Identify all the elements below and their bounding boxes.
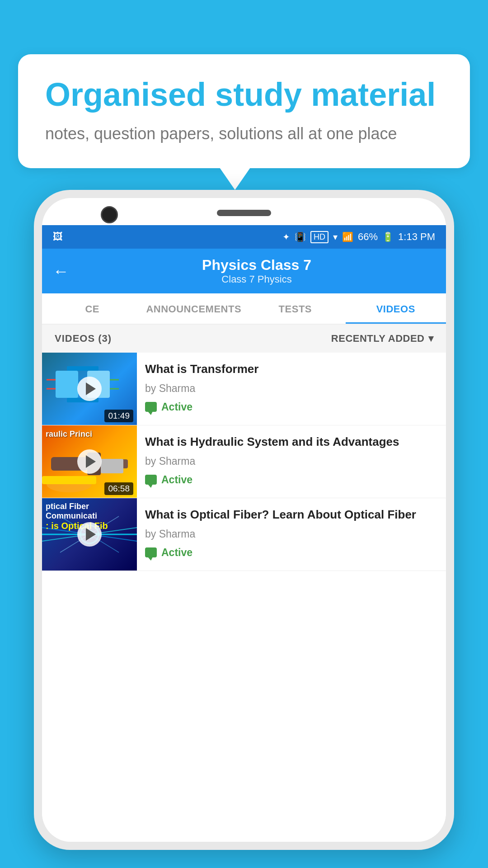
tab-bar: CE ANNOUNCEMENTS TESTS VIDEOS bbox=[42, 293, 446, 325]
speech-bubble: Organised study material notes, question… bbox=[18, 54, 470, 168]
video-list: 01:49 What is Transformer by Sharma Acti… bbox=[42, 353, 446, 842]
svg-rect-14 bbox=[101, 459, 123, 473]
videos-header: VIDEOS (3) RECENTLY ADDED ▾ bbox=[42, 325, 446, 353]
phone-inner: 🖼 ✦ 📳 HD ▾ 📶 66% 🔋 1:13 PM ← Physics Cla bbox=[42, 198, 446, 842]
status-bar-right: ✦ 📳 HD ▾ 📶 66% 🔋 1:13 PM bbox=[282, 231, 435, 243]
time-display: 1:13 PM bbox=[398, 231, 435, 243]
tab-tests[interactable]: TESTS bbox=[245, 293, 345, 324]
active-label-1: Active bbox=[161, 401, 192, 413]
video-author-1: by Sharma bbox=[145, 382, 438, 395]
status-bar: 🖼 ✦ 📳 HD ▾ 📶 66% 🔋 1:13 PM bbox=[42, 225, 446, 249]
app-bar: ← Physics Class 7 Class 7 Physics bbox=[42, 249, 446, 293]
play-button-2[interactable] bbox=[77, 449, 102, 474]
active-label-3: Active bbox=[161, 547, 192, 559]
svg-rect-0 bbox=[56, 371, 78, 398]
video-author-3: by Sharma bbox=[145, 528, 438, 540]
image-icon: 🖼 bbox=[53, 231, 63, 243]
video-status-2: Active bbox=[145, 474, 438, 486]
sort-label: RECENTLY ADDED bbox=[331, 333, 425, 344]
app-bar-title: Physics Class 7 Class 7 Physics bbox=[78, 257, 435, 285]
tab-videos[interactable]: VIDEOS bbox=[346, 293, 446, 324]
video-status-3: Active bbox=[145, 547, 438, 559]
list-item[interactable]: ptical Fiber Communicati : is Optical Fi… bbox=[42, 498, 446, 571]
active-chat-icon-2 bbox=[145, 475, 157, 485]
videos-count: VIDEOS (3) bbox=[55, 333, 112, 344]
back-button[interactable]: ← bbox=[53, 262, 69, 281]
signal-icon: 📶 bbox=[342, 231, 353, 242]
video-title-3: What is Optical Fiber? Learn About Optic… bbox=[145, 507, 438, 523]
video-title-1: What is Transformer bbox=[145, 362, 438, 377]
video-thumbnail-2: raulic Princi 06:58 bbox=[42, 425, 137, 498]
play-button-3[interactable] bbox=[77, 522, 102, 547]
screen: 🖼 ✦ 📳 HD ▾ 📶 66% 🔋 1:13 PM ← Physics Cla bbox=[42, 225, 446, 842]
battery-icon: 🔋 bbox=[382, 231, 394, 242]
list-item[interactable]: 01:49 What is Transformer by Sharma Acti… bbox=[42, 353, 446, 425]
chevron-down-icon: ▾ bbox=[428, 333, 434, 344]
video-info-1: What is Transformer by Sharma Active bbox=[137, 353, 446, 422]
wifi-icon: ▾ bbox=[333, 231, 338, 242]
vibrate-icon: 📳 bbox=[295, 231, 306, 242]
list-item[interactable]: raulic Princi 06:58 What is Hydraulic Sy… bbox=[42, 425, 446, 498]
video-title-2: What is Hydraulic System and its Advanta… bbox=[145, 434, 438, 450]
hd-badge: HD bbox=[310, 231, 328, 243]
battery-percent: 66% bbox=[358, 231, 378, 243]
phone-speaker bbox=[217, 210, 271, 216]
video-thumbnail-3: ptical Fiber Communicati : is Optical Fi… bbox=[42, 498, 137, 571]
video-duration-1: 01:49 bbox=[104, 410, 133, 422]
phone-frame: 🖼 ✦ 📳 HD ▾ 📶 66% 🔋 1:13 PM ← Physics Cla bbox=[34, 190, 454, 850]
bluetooth-icon: ✦ bbox=[282, 231, 290, 242]
svg-rect-2 bbox=[67, 366, 99, 371]
status-bar-left: 🖼 bbox=[53, 231, 63, 243]
video-info-3: What is Optical Fiber? Learn About Optic… bbox=[137, 498, 446, 568]
page-title: Physics Class 7 bbox=[78, 257, 435, 274]
video-thumbnail-1: 01:49 bbox=[42, 353, 137, 425]
active-chat-icon-3 bbox=[145, 547, 157, 557]
video-author-2: by Sharma bbox=[145, 455, 438, 467]
video-status-1: Active bbox=[145, 401, 438, 413]
speech-bubble-heading: Organised study material bbox=[45, 77, 443, 113]
play-button-1[interactable] bbox=[77, 377, 102, 401]
video-duration-2: 06:58 bbox=[104, 482, 133, 495]
breadcrumb: Class 7 Physics bbox=[78, 274, 435, 285]
active-label-2: Active bbox=[161, 474, 192, 486]
tab-announcements[interactable]: ANNOUNCEMENTS bbox=[142, 293, 245, 324]
hydraulic-thumb-label: raulic Princi bbox=[42, 425, 137, 443]
tab-ce[interactable]: CE bbox=[42, 293, 142, 324]
svg-rect-12 bbox=[42, 476, 96, 484]
active-chat-icon-1 bbox=[145, 402, 157, 412]
speech-bubble-subtext: notes, question papers, solutions all at… bbox=[45, 123, 443, 145]
video-info-2: What is Hydraulic System and its Advanta… bbox=[137, 425, 446, 495]
phone-camera bbox=[101, 206, 118, 223]
sort-dropdown[interactable]: RECENTLY ADDED ▾ bbox=[331, 333, 433, 344]
